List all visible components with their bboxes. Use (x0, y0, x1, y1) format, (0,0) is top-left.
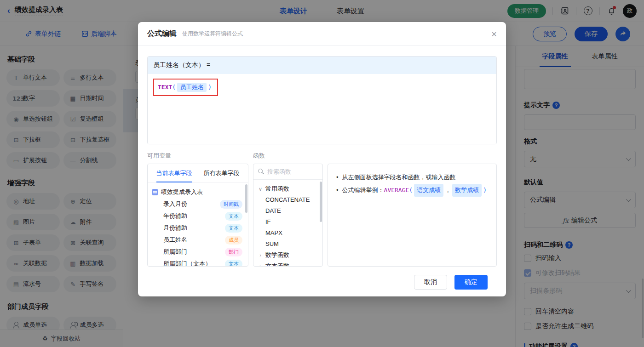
tips-panel: •从左侧面板选择字段名和函数，或输入函数 •公式编辑举例：AVERAGE(语文成… (328, 164, 497, 267)
function-item[interactable]: MAPX (258, 228, 318, 239)
example-field-token: 数学成绩 (452, 184, 482, 197)
type-badge: 文本 (225, 212, 242, 221)
function-search-input[interactable] (267, 168, 313, 175)
type-badge: 部门 (225, 248, 242, 256)
chevron-collapsed-icon: › (258, 263, 263, 267)
example-function-token: AVERAGE (384, 187, 409, 193)
variables-tree-root[interactable]: 绩效提成录入表 (152, 186, 243, 198)
tab-all-form-fields[interactable]: 所有表单字段 (204, 164, 240, 182)
scrollbar-thumb[interactable] (245, 184, 247, 213)
search-icon (258, 169, 264, 175)
variable-item[interactable]: 所属部门（文本）文本 (152, 258, 243, 267)
cancel-button[interactable]: 取消 (414, 275, 447, 290)
form-file-icon (152, 189, 158, 195)
formula-target-field: 员工姓名（文本） = (148, 57, 496, 74)
tip-example: 公式编辑举例：AVERAGE(语文成绩，数学成绩) (342, 184, 487, 197)
variable-item[interactable]: 年份辅助文本 (152, 210, 243, 222)
modal-title: 公式编辑 (147, 29, 177, 39)
type-badge: 文本 (225, 224, 242, 233)
function-item[interactable]: CONCATENATE (258, 194, 318, 205)
function-search[interactable] (253, 164, 322, 180)
modal-subtitle: 使用数学运算符编辑公式 (182, 30, 243, 38)
function-token[interactable]: TEXT (158, 84, 172, 91)
scrollbar-thumb[interactable] (320, 182, 322, 222)
example-field-token: 语文成绩 (414, 184, 443, 197)
variable-item[interactable]: 员工姓名成员 (152, 234, 243, 246)
tab-current-form-fields[interactable]: 当前表单字段 (156, 164, 192, 182)
field-token[interactable]: 员工姓名 (177, 83, 207, 92)
function-group-common[interactable]: ∨常用函数 (258, 183, 318, 194)
close-icon[interactable]: × (491, 29, 497, 39)
chevron-expanded-icon: ∨ (258, 186, 263, 192)
type-badge: 成员 (225, 236, 242, 245)
tip-text: 从左侧面板选择字段名和函数，或输入函数 (342, 171, 456, 184)
confirm-button[interactable]: 确定 (454, 275, 488, 290)
function-item[interactable]: SUM (258, 239, 318, 250)
function-item[interactable]: IF (258, 216, 318, 228)
functions-panel: ∨常用函数 CONCATENATE DATE IF MAPX SUM ›数学函数… (253, 164, 323, 267)
type-badge: 文本 (225, 260, 242, 267)
variables-panel: 当前表单字段 所有表单字段 绩效提成录入表 录入月份时间戳 年份辅助文本 月份辅… (147, 164, 248, 267)
chevron-collapsed-icon: › (258, 252, 263, 258)
formula-input-area[interactable]: TEXT(员工姓名) (148, 74, 496, 144)
variable-item[interactable]: 录入月份时间戳 (152, 198, 243, 210)
function-group-math[interactable]: ›数学函数 (258, 250, 318, 261)
function-group-text[interactable]: ›文本函数 (258, 261, 318, 267)
type-badge: 时间戳 (220, 200, 242, 209)
formula-edit-modal: 公式编辑 使用数学运算符编辑公式 × 员工姓名（文本） = TEXT(员工姓名)… (138, 22, 506, 296)
formula-editor-box: 员工姓名（文本） = TEXT(员工姓名) (147, 56, 497, 144)
annotation-red-box: TEXT(员工姓名) (153, 79, 218, 96)
functions-label: 函数 (253, 152, 265, 160)
variable-item[interactable]: 月份辅助文本 (152, 222, 243, 234)
variable-item[interactable]: 所属部门部门 (152, 246, 243, 258)
variables-label: 可用变量 (147, 152, 253, 160)
function-item[interactable]: DATE (258, 205, 318, 216)
